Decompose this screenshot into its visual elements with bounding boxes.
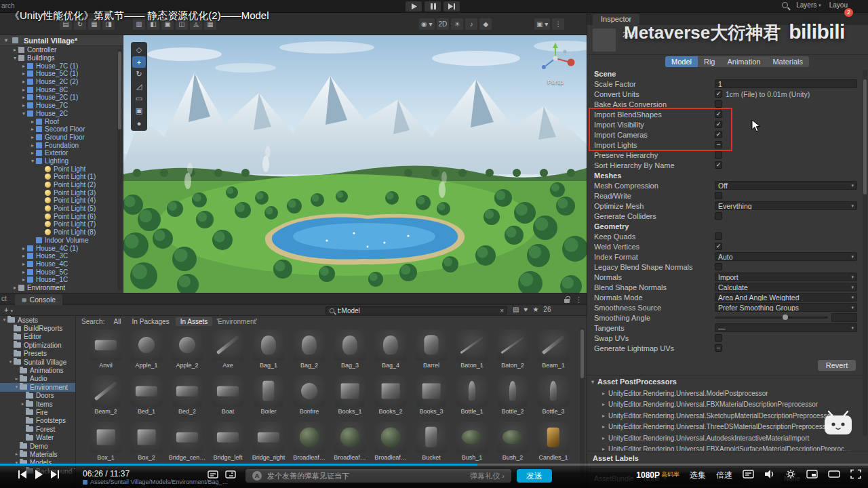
asset-item[interactable]: Bridge_left — [208, 422, 248, 468]
hierarchy-item[interactable]: ▸Exterior — [0, 149, 123, 157]
foldout-arrow-icon[interactable]: ▸ — [20, 245, 27, 251]
folder-item[interactable]: Optimization — [0, 341, 75, 349]
foldout-arrow-icon[interactable]: ▾ — [14, 384, 20, 390]
scene-tool-icon[interactable]: ▣ — [132, 105, 146, 117]
asset-item[interactable]: Bush_1 — [452, 422, 492, 468]
checkbox[interactable]: – — [715, 344, 722, 352]
inspector-row[interactable]: Blend Shape NormalsCalculate▾ — [587, 282, 868, 292]
asset-item[interactable]: Beam_2 — [85, 375, 126, 422]
inspector-row[interactable]: Normals ModeArea And Angle Weighted▾ — [587, 292, 868, 302]
foldout-arrow-icon[interactable]: ▾ — [29, 158, 36, 164]
inspector-row[interactable]: Bake Axis Conversion — [587, 99, 868, 109]
folder-item[interactable]: ▾Assets — [0, 316, 75, 324]
asset-item[interactable]: Bridge_right — [248, 422, 289, 468]
hierarchy-item[interactable]: ▸Second Floor — [0, 125, 123, 134]
scene-tool-icon[interactable]: ● — [132, 117, 146, 129]
inspector-row[interactable]: Optimize MeshEverything▾ — [587, 201, 868, 211]
step-button[interactable] — [443, 1, 460, 12]
scene-view[interactable]: ◇+↻◿▭▣● Persp — [123, 35, 587, 293]
toolbar-icon[interactable]: ◉ ▾ — [419, 18, 435, 30]
asset-item[interactable]: Bed_1 — [126, 375, 167, 422]
inspector-row[interactable]: Preserve Hierarchy — [587, 150, 868, 160]
foldout-arrow-icon[interactable]: ▸ — [20, 253, 27, 259]
project-search-field[interactable]: t:Model × — [326, 306, 507, 314]
inspector-row[interactable]: Sort Hierarchy By Name✓ — [587, 160, 868, 170]
folder-item[interactable]: Editor — [0, 333, 75, 341]
foldout-arrow-icon[interactable]: ▾ — [20, 110, 27, 117]
tab-animation[interactable]: Animation — [721, 56, 766, 67]
widescreen-icon[interactable] — [828, 469, 840, 481]
foldout-arrow-icon[interactable]: ▾ — [7, 359, 14, 365]
asset-item[interactable]: Bag_1 — [248, 329, 289, 375]
asset-item[interactable]: Box_2 — [126, 422, 167, 468]
asset-item[interactable]: Baton_2 — [492, 329, 533, 375]
volume-icon[interactable] — [764, 469, 775, 481]
folder-item[interactable]: ▸Items — [0, 400, 75, 408]
filter-chip-all[interactable]: All — [108, 317, 125, 326]
asset-item[interactable]: Bridge_cen… — [167, 422, 208, 468]
folder-item[interactable]: Water — [0, 433, 75, 441]
checkbox[interactable]: ✓ — [715, 110, 722, 118]
pause-button[interactable] — [425, 1, 441, 12]
tab-rig[interactable]: Rig — [698, 56, 722, 67]
foldout-arrow-icon[interactable]: ▸ — [20, 63, 27, 69]
lock-icon[interactable] — [564, 299, 570, 303]
asset-item[interactable]: Books_2 — [370, 375, 411, 422]
foldout-arrow-icon[interactable]: ▸ — [29, 134, 36, 140]
asset-item[interactable]: Boiler — [248, 375, 289, 422]
danmaku-etiquette-link[interactable]: 弹幕礼仪 › — [470, 471, 505, 481]
foldout-arrow-icon[interactable]: ▸ — [20, 94, 27, 100]
search-icon[interactable] — [782, 2, 788, 8]
hierarchy-item[interactable]: ▾House_2C› — [0, 110, 123, 118]
play-video-button[interactable] — [34, 470, 43, 482]
asset-item[interactable]: Books_1 — [330, 375, 370, 422]
project-filter-icon[interactable]: ▤ — [513, 306, 519, 313]
checkbox[interactable] — [715, 232, 722, 240]
folder-item[interactable]: Footsteps — [0, 417, 75, 425]
slider-value-field[interactable] — [831, 313, 857, 322]
hierarchy-item[interactable]: ▸House_3C› — [0, 252, 123, 260]
inspector-row[interactable]: Convert Units✓1cm (File) to 0.01m (Unity… — [587, 89, 868, 99]
scene-orientation-gizmo[interactable]: Persp — [534, 41, 577, 85]
dropdown-field[interactable]: Import▾ — [715, 272, 857, 281]
inspector-scrollbar[interactable] — [863, 70, 867, 436]
checkbox[interactable] — [715, 212, 722, 220]
asset-item[interactable]: Bottle_3 — [533, 375, 574, 422]
foldout-arrow-icon[interactable]: ▸ — [14, 451, 20, 457]
inspector-row[interactable]: Tangents—▾ — [587, 323, 868, 333]
checkbox[interactable]: – — [715, 141, 722, 148]
postprocessors-foldout[interactable]: ▾Asset PostProcessors — [587, 375, 868, 388]
hierarchy-item[interactable]: ▾Buildings — [0, 54, 123, 62]
asset-item[interactable]: Bag_3 — [330, 329, 370, 375]
toolbar-icon[interactable]: 2D — [437, 18, 450, 30]
hierarchy-item[interactable]: ▸House_8C› — [0, 85, 123, 94]
inspector-row[interactable]: Mesh CompressionOff▾ — [587, 180, 868, 190]
hierarchy-item[interactable]: ▸Environment — [0, 284, 123, 292]
filter-chip-in-assets[interactable]: In Assets — [176, 317, 213, 326]
foldout-arrow-icon[interactable]: ▸ — [29, 119, 36, 125]
foldout-arrow-icon[interactable]: ▾ — [3, 37, 9, 43]
inspector-row[interactable]: Import Visibility✓ — [587, 119, 868, 129]
inspector-row[interactable]: Smoothing Angle — [587, 312, 868, 323]
settings-gear-icon[interactable] — [785, 469, 796, 481]
toolbar-icon[interactable]: ♪ — [465, 18, 477, 30]
checkbox[interactable] — [715, 100, 722, 108]
hierarchy-item[interactable]: Point Light — [0, 165, 123, 173]
revert-button[interactable]: Revert — [818, 360, 856, 371]
danmaku-list-icon[interactable] — [208, 470, 218, 482]
asset-item[interactable]: Barrel — [411, 329, 452, 375]
postprocessor-item[interactable]: ▸UnityEditor.Rendering.Universal.FBXMate… — [587, 399, 868, 411]
checkbox[interactable]: ✓ — [715, 131, 722, 138]
inspector-row[interactable]: Read/Write — [587, 190, 868, 201]
asset-item[interactable]: Bed_2 — [167, 375, 208, 422]
prev-video-button[interactable] — [18, 470, 27, 482]
folder-item[interactable]: BuildReports — [0, 324, 75, 332]
folder-item[interactable]: Fire — [0, 408, 75, 416]
inspector-row[interactable]: Generate Colliders — [587, 211, 868, 221]
scene-tool-icon[interactable]: ↻ — [132, 68, 146, 80]
hierarchy-item[interactable]: ▸House_1C› — [0, 276, 123, 284]
toolbar-icon[interactable]: ☀ — [451, 18, 463, 30]
folder-item[interactable]: ▾Suntail Village — [0, 358, 75, 366]
dropdown-field[interactable]: Calculate▾ — [715, 283, 857, 291]
notification-badge[interactable]: 2 — [844, 8, 853, 17]
